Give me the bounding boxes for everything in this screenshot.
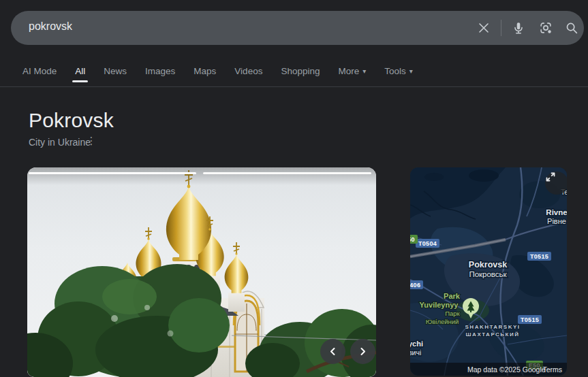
map-terms-link[interactable]: Terms (542, 365, 562, 374)
map-label-park-uk2: Ювілейний (426, 318, 459, 325)
road-badge: T0504 (416, 239, 439, 248)
tab-news[interactable]: News (104, 61, 127, 86)
map-label-partial-en: ychi (410, 340, 423, 348)
map-label-pokrovsk-uk: Покровськ (469, 270, 507, 278)
tab-images[interactable]: Images (145, 61, 175, 86)
chevron-down-icon: ▾ (409, 67, 413, 75)
map-expand-button[interactable] (545, 171, 567, 195)
carousel-progress-segment (203, 172, 371, 174)
carousel-progress-segment (29, 172, 196, 174)
carousel-next-button[interactable] (350, 339, 375, 364)
road-badge: T0515 (518, 315, 542, 324)
chevron-right-icon (358, 347, 367, 356)
map-attribution: Map data ©2025 Google (467, 365, 546, 374)
tabbar-divider (0, 86, 588, 87)
clear-icon[interactable] (474, 18, 493, 37)
map-label-rivne-en: Rivne (546, 208, 567, 216)
tab-maps[interactable]: Maps (194, 61, 216, 86)
microphone-icon[interactable] (509, 18, 528, 37)
tab-more[interactable]: More▾ (338, 61, 366, 86)
lens-icon[interactable] (536, 18, 555, 37)
page-title: Pokrovsk (29, 109, 114, 132)
map-label-district-uk: ШАХТАРСЬКИЙ (466, 331, 520, 338)
road-badge: T0515 (527, 252, 551, 261)
results-tabbar: AI Mode All News Images Maps Videos Shop… (22, 61, 413, 86)
road-badge: E50 (410, 235, 418, 244)
expand-icon (545, 171, 556, 182)
tab-videos[interactable]: Videos (234, 61, 262, 86)
map-label-park-uk1: Парк (445, 310, 460, 317)
tab-tools[interactable]: Tools▾ (384, 61, 413, 86)
chevron-left-icon (328, 347, 337, 356)
chevron-down-icon: ▾ (362, 67, 366, 75)
map-label-pokrovsk-en: Pokrovsk (469, 260, 507, 269)
map-label-park-en1: Park (444, 292, 461, 300)
entity-subtitle: City in Ukraine (29, 137, 91, 148)
location-map[interactable]: Rivne Рівне Pokrovsk Покровськ Park Yuvi… (410, 167, 567, 376)
search-divider (501, 20, 501, 36)
more-options-icon[interactable]: ⋮ (86, 135, 97, 147)
tab-shopping[interactable]: Shopping (281, 61, 320, 86)
road-badge: 0406 (410, 280, 423, 289)
search-bar[interactable]: pokrovsk (11, 11, 584, 45)
carousel-prev-button[interactable] (320, 339, 345, 364)
map-label-district-en: SHAKHTARSKYI (465, 324, 521, 330)
map-label-partial-uk: вичі (410, 348, 421, 357)
tab-ai-mode[interactable]: AI Mode (22, 61, 57, 86)
map-attribution-bar: Map data ©2025 Google Terms (410, 363, 567, 376)
map-illustration: Rivne Рівне Pokrovsk Покровськ Park Yuvi… (410, 167, 567, 376)
search-icon[interactable] (562, 18, 581, 37)
map-label-park-en2: Yuvileynyy (420, 301, 459, 309)
map-label-rivne-uk: Рівне (547, 217, 566, 225)
photo-carousel[interactable] (27, 167, 376, 377)
search-input[interactable]: pokrovsk (29, 20, 72, 33)
tab-all[interactable]: All (75, 61, 85, 86)
